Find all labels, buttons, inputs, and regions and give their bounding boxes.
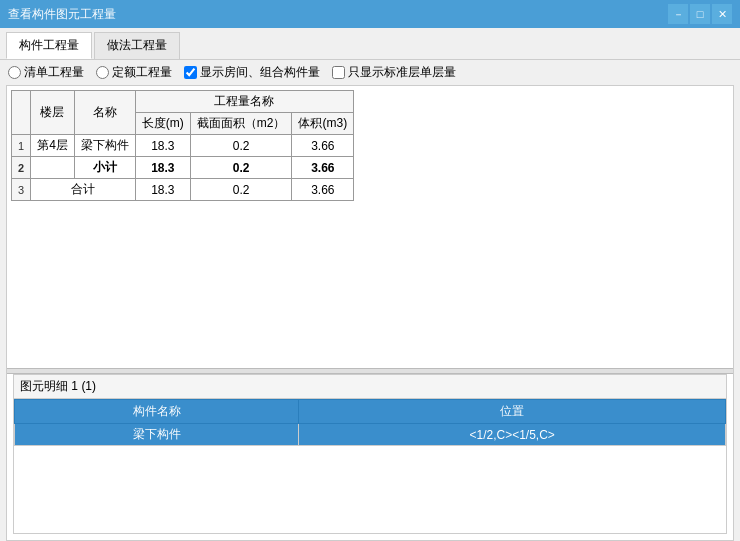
minimize-button[interactable]: － bbox=[668, 4, 688, 24]
check-show-standard[interactable]: 只显示标准层单层量 bbox=[332, 64, 456, 81]
main-content: 楼层 名称 工程量名称 长度(m) 截面面积（m2） 体积(m3) 1 第4层 … bbox=[6, 85, 734, 541]
window-controls: － □ ✕ bbox=[668, 4, 732, 24]
col-name: 名称 bbox=[74, 91, 135, 135]
quantity-table: 楼层 名称 工程量名称 长度(m) 截面面积（m2） 体积(m3) 1 第4层 … bbox=[11, 90, 354, 201]
cell-subtotal-volume: 3.66 bbox=[292, 157, 354, 179]
radio-dinge[interactable]: 定额工程量 bbox=[96, 64, 172, 81]
table-row: 1 第4层 梁下构件 18.3 0.2 3.66 bbox=[12, 135, 354, 157]
cell-area: 0.2 bbox=[190, 135, 292, 157]
col-volume: 体积(m3) bbox=[292, 113, 354, 135]
cell-total-area: 0.2 bbox=[190, 179, 292, 201]
cell-subtotal-length: 18.3 bbox=[135, 157, 190, 179]
window-title: 查看构件图元工程量 bbox=[8, 6, 116, 23]
cell-length: 18.3 bbox=[135, 135, 190, 157]
col-component-name: 构件名称 bbox=[15, 400, 299, 424]
col-area: 截面面积（m2） bbox=[190, 113, 292, 135]
title-bar: 查看构件图元工程量 － □ ✕ bbox=[0, 0, 740, 28]
element-detail-table: 构件名称 位置 梁下构件 <1/2,C><1/5,C> bbox=[14, 399, 726, 446]
table-row-total: 3 合计 18.3 0.2 3.66 bbox=[12, 179, 354, 201]
bottom-panel: 图元明细 1 (1) 构件名称 位置 梁下构件 <1/2,C><1 bbox=[13, 374, 727, 534]
bottom-panel-header: 图元明细 1 (1) bbox=[14, 375, 726, 399]
maximize-button[interactable]: □ bbox=[690, 4, 710, 24]
cell-name: 梁下构件 bbox=[74, 135, 135, 157]
col-quantity-header: 工程量名称 bbox=[135, 91, 353, 113]
col-length: 长度(m) bbox=[135, 113, 190, 135]
cell-subtotal-label: 小计 bbox=[74, 157, 135, 179]
check-show-room[interactable]: 显示房间、组合构件量 bbox=[184, 64, 320, 81]
cell-subtotal-area: 0.2 bbox=[190, 157, 292, 179]
tab-method-quantity[interactable]: 做法工程量 bbox=[94, 32, 180, 59]
col-floor: 楼层 bbox=[31, 91, 75, 135]
detail-row[interactable]: 梁下构件 <1/2,C><1/5,C> bbox=[15, 424, 726, 446]
table-row-subtotal: 2 小计 18.3 0.2 3.66 bbox=[12, 157, 354, 179]
tab-component-quantity[interactable]: 构件工程量 bbox=[6, 32, 92, 59]
bottom-table-container: 构件名称 位置 梁下构件 <1/2,C><1/5,C> bbox=[14, 399, 726, 533]
detail-cell-name: 梁下构件 bbox=[15, 424, 299, 446]
cell-total-label: 合计 bbox=[31, 179, 136, 201]
radio-qingdan[interactable]: 清单工程量 bbox=[8, 64, 84, 81]
tab-bar: 构件工程量 做法工程量 bbox=[0, 28, 740, 59]
col-position: 位置 bbox=[299, 400, 726, 424]
cell-total-length: 18.3 bbox=[135, 179, 190, 201]
cell-total-volume: 3.66 bbox=[292, 179, 354, 201]
cell-volume: 3.66 bbox=[292, 135, 354, 157]
close-button[interactable]: ✕ bbox=[712, 4, 732, 24]
cell-floor: 第4层 bbox=[31, 135, 75, 157]
table-container: 楼层 名称 工程量名称 长度(m) 截面面积（m2） 体积(m3) 1 第4层 … bbox=[7, 86, 733, 368]
options-row: 清单工程量 定额工程量 显示房间、组合构件量 只显示标准层单层量 bbox=[0, 59, 740, 85]
window-body: 构件工程量 做法工程量 清单工程量 定额工程量 显示房间、组合构件量 只显示标准… bbox=[0, 28, 740, 541]
detail-cell-pos: <1/2,C><1/5,C> bbox=[299, 424, 726, 446]
